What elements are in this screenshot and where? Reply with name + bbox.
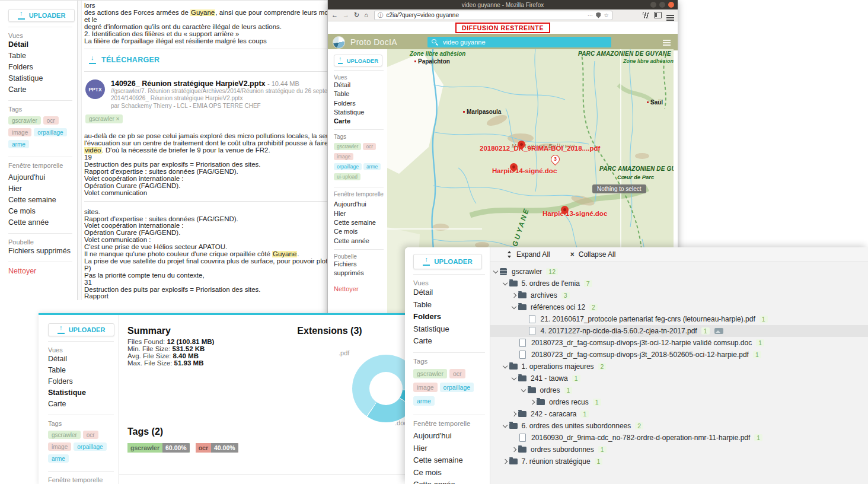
home-icon[interactable]: ⌂ (364, 12, 368, 18)
view-item[interactable]: Détail (334, 81, 384, 90)
close-button[interactable] (668, 2, 674, 8)
view-item[interactable]: Table (334, 90, 384, 98)
tree-row[interactable]: 7. réunion stratégique 1 (490, 456, 868, 467)
tag-chip[interactable]: ocr (363, 143, 376, 150)
view-item[interactable]: Carte (413, 335, 485, 348)
chevron-icon[interactable] (521, 387, 528, 393)
tree-row[interactable]: archives 3 (490, 289, 868, 301)
tree-row[interactable]: références oci 12 2 (490, 301, 868, 313)
app-menu-icon[interactable] (663, 40, 671, 41)
temporal-item[interactable]: Cette année (334, 237, 384, 246)
firefox-titlebar[interactable]: video guyanne - Mozilla Firefox (328, 0, 678, 9)
chevron-icon[interactable] (502, 364, 509, 370)
tag-chip[interactable]: arme (363, 163, 381, 170)
chevron-icon[interactable] (511, 411, 518, 417)
tag-chip[interactable]: gscrawler (48, 431, 81, 439)
document-marker-label[interactable]: Harpie 13-signé.doc (542, 210, 607, 217)
tag-chip[interactable]: ui-upload (334, 173, 360, 180)
tag-chip[interactable]: image (334, 153, 353, 160)
expand-all-button[interactable]: Expand All (507, 250, 550, 259)
view-item[interactable]: Table (48, 365, 114, 376)
temporal-item[interactable]: Hier (8, 183, 72, 195)
chevron-icon[interactable] (529, 399, 537, 405)
tag-chip[interactable]: arme (8, 140, 29, 148)
temporal-item[interactable]: Ce mois (8, 206, 72, 217)
uploader-button[interactable]: ↑ UPLOADER (334, 55, 382, 66)
temporal-item[interactable]: Aujourd'hui (8, 172, 72, 183)
deleted-files-item[interactable]: Fichiers supprimés (8, 246, 72, 257)
file-title[interactable]: 140926_ Réunion stratégique HarpieV2.ppt… (111, 79, 266, 88)
view-item[interactable]: Statistique (48, 387, 114, 399)
tracking-shield-icon[interactable] (596, 12, 601, 18)
tree-row[interactable]: 21. 20160617_protocole partenariat feg-c… (490, 313, 868, 325)
tree-row[interactable]: 20160930_dr_9rima-cdc_no-782-ordre-d-ope… (490, 432, 868, 444)
view-item[interactable]: Carte (48, 399, 114, 410)
back-icon[interactable]: ← (331, 12, 338, 18)
bookmark-star-icon[interactable]: ☆ (604, 12, 609, 18)
tree-row[interactable]: 241 - taowa 1 (490, 372, 868, 384)
tag-chip[interactable]: arme (48, 454, 69, 463)
tag-chip[interactable]: arme (413, 396, 435, 406)
view-item[interactable]: Folders (413, 311, 485, 323)
temporal-item[interactable]: Cette année (413, 479, 485, 484)
tag-chip[interactable]: image (413, 383, 438, 392)
tree-row[interactable]: 20180723_dr_fag-comsup-divops-j3t_2018-5… (490, 349, 868, 361)
tree-row[interactable]: ordres recus 1 (490, 396, 868, 408)
chevron-icon[interactable] (502, 281, 509, 286)
tree-row[interactable]: ordres subordonnes 1 (490, 444, 868, 456)
tree-row[interactable]: ordres 1 (490, 384, 868, 396)
temporal-item[interactable]: Ce mois (413, 467, 485, 479)
url-bar[interactable]: ⓘ ⋯ ☆ (374, 11, 612, 20)
view-item[interactable]: Carte (8, 84, 72, 95)
nettoyer-button[interactable]: Nettoyer (334, 285, 384, 292)
view-item[interactable]: Statistique (8, 73, 72, 84)
tag-chip[interactable]: image (8, 128, 31, 136)
sidebar-toggle-icon[interactable] (654, 12, 662, 18)
temporal-item[interactable]: Cette semaine (8, 195, 72, 206)
view-item[interactable]: Table (8, 50, 72, 62)
temporal-item[interactable]: Ce mois (334, 227, 384, 236)
tree-row[interactable]: 6. ordres des unites subordonnees 2 (490, 420, 868, 432)
tag-chip[interactable]: ocr (449, 369, 465, 378)
tag-chip[interactable]: orpaillage (34, 128, 66, 136)
minimize-button[interactable] (650, 2, 656, 8)
tree-row[interactable]: gscrawler 12 (490, 266, 868, 278)
menu-icon[interactable] (666, 15, 674, 16)
view-item[interactable]: Table (413, 299, 485, 311)
view-item[interactable]: Statistique (413, 323, 485, 336)
search-input[interactable] (442, 38, 607, 46)
chevron-icon[interactable] (502, 423, 509, 429)
chevron-icon[interactable] (493, 269, 500, 275)
view-item[interactable]: Détail (413, 286, 485, 299)
view-item[interactable]: Folders (48, 376, 114, 387)
chevron-icon[interactable] (521, 316, 528, 322)
chevron-icon[interactable] (511, 447, 518, 453)
temporal-item[interactable]: Cette semaine (334, 218, 384, 227)
tag-chip[interactable]: ocr (43, 116, 59, 125)
extensions-donut-chart[interactable] (352, 355, 407, 422)
tree-row[interactable]: 20180723_dr_fag-comsup-divops-j3t-oci-12… (490, 337, 868, 349)
tag-chip[interactable]: orpaillage (334, 163, 362, 170)
temporal-item[interactable]: Hier (413, 442, 485, 455)
page-actions-icon[interactable]: ⋯ (588, 12, 593, 18)
tag-chip[interactable]: image (48, 442, 71, 451)
chevron-icon[interactable] (511, 340, 518, 346)
library-icon[interactable] (643, 12, 649, 18)
chevron-icon[interactable] (502, 458, 509, 464)
view-item[interactable]: Statistique (334, 108, 384, 117)
site-info-icon[interactable]: ⓘ (378, 12, 384, 18)
chevron-icon[interactable] (511, 352, 518, 358)
view-item[interactable]: Carte (334, 117, 384, 126)
uploader-button[interactable]: ↑ UPLOADER (8, 9, 75, 22)
url-input[interactable] (386, 12, 584, 18)
collapse-all-button[interactable]: × Collapse All (570, 250, 616, 259)
chevron-icon[interactable] (511, 435, 518, 441)
maximize-button[interactable] (659, 2, 665, 8)
scrollbar[interactable] (78, 1, 82, 300)
reload-icon[interactable]: ↻ (354, 12, 359, 18)
tree-row[interactable]: 1. operations majeures 2 (490, 361, 868, 372)
uploader-button[interactable]: ↑ UPLOADER (48, 323, 114, 336)
tag-chip[interactable]: gscrawler (413, 369, 447, 378)
tag-chip[interactable]: gscrawler (8, 116, 41, 125)
chevron-icon[interactable] (521, 328, 528, 334)
